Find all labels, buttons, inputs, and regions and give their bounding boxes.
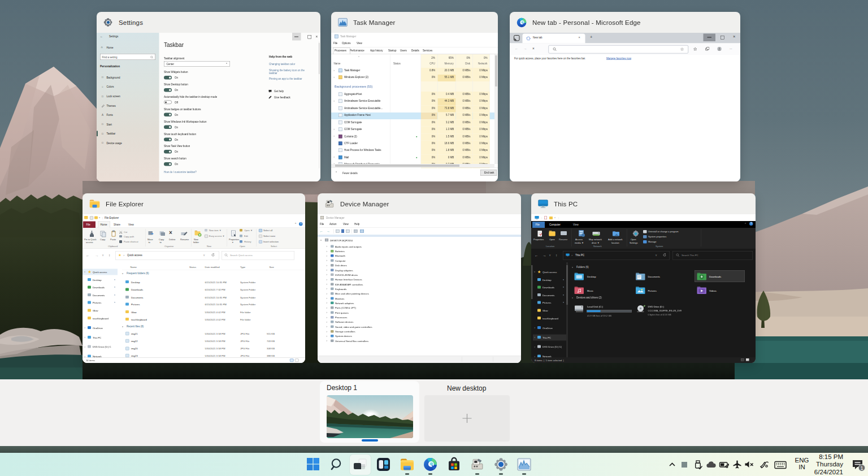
svg-text:1: 1	[860, 465, 863, 471]
